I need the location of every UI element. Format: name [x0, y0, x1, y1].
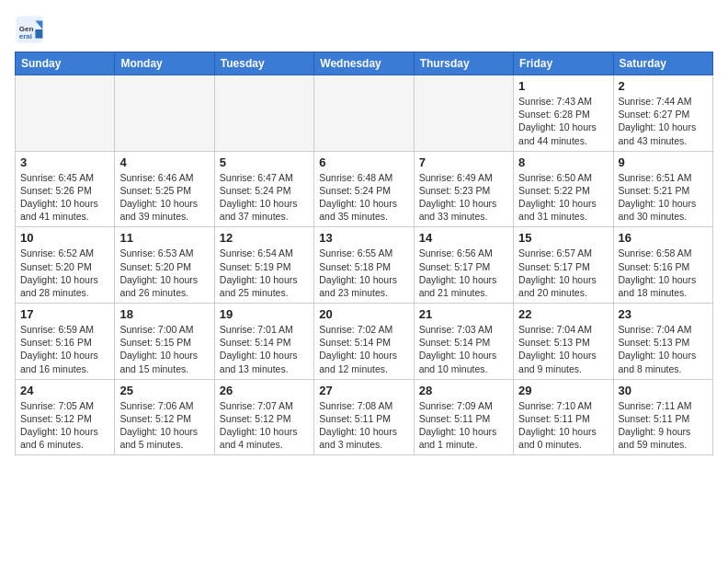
- calendar-cell: 10Sunrise: 6:52 AMSunset: 5:20 PMDayligh…: [16, 227, 115, 304]
- day-number: 4: [119, 155, 209, 169]
- day-number: 8: [518, 155, 608, 169]
- day-number: 18: [119, 307, 209, 321]
- calendar-cell: 30Sunrise: 7:11 AMSunset: 5:11 PMDayligh…: [613, 379, 712, 455]
- day-info: Sunrise: 6:50 AMSunset: 5:22 PMDaylight:…: [518, 171, 608, 224]
- calendar-cell: 21Sunrise: 7:03 AMSunset: 5:14 PMDayligh…: [414, 304, 513, 380]
- calendar-cell: [214, 75, 313, 152]
- day-number: 16: [619, 231, 708, 245]
- day-info: Sunrise: 6:58 AMSunset: 5:16 PMDaylight:…: [619, 247, 708, 299]
- day-info: Sunrise: 7:06 AMSunset: 5:12 PMDaylight:…: [119, 399, 209, 452]
- day-info: Sunrise: 7:03 AMSunset: 5:14 PMDaylight:…: [419, 323, 508, 375]
- day-header-saturday: Saturday: [613, 52, 712, 75]
- day-header-wednesday: Wednesday: [314, 52, 414, 75]
- calendar-cell: 9Sunrise: 6:51 AMSunset: 5:21 PMDaylight…: [613, 151, 712, 227]
- calendar-cell: 19Sunrise: 7:01 AMSunset: 5:14 PMDayligh…: [214, 304, 313, 380]
- calendar-cell: 13Sunrise: 6:55 AMSunset: 5:18 PMDayligh…: [314, 227, 414, 304]
- day-number: 13: [319, 231, 408, 245]
- day-number: 28: [419, 384, 508, 397]
- day-number: 26: [220, 384, 309, 397]
- day-number: 20: [319, 307, 408, 321]
- calendar-cell: 6Sunrise: 6:48 AMSunset: 5:24 PMDaylight…: [314, 151, 414, 227]
- calendar-cell: 4Sunrise: 6:46 AMSunset: 5:25 PMDaylight…: [115, 151, 214, 227]
- logo: Gen eral: [15, 15, 48, 44]
- calendar-week-row: 17Sunrise: 6:59 AMSunset: 5:16 PMDayligh…: [16, 304, 713, 380]
- day-number: 21: [419, 307, 508, 321]
- calendar-cell: 11Sunrise: 6:53 AMSunset: 5:20 PMDayligh…: [115, 227, 214, 304]
- day-header-thursday: Thursday: [414, 52, 513, 75]
- day-info: Sunrise: 6:53 AMSunset: 5:20 PMDaylight:…: [119, 247, 209, 299]
- calendar-week-row: 1Sunrise: 7:43 AMSunset: 6:28 PMDaylight…: [16, 75, 713, 152]
- calendar-cell: 15Sunrise: 6:57 AMSunset: 5:17 PMDayligh…: [514, 227, 613, 304]
- day-info: Sunrise: 7:00 AMSunset: 5:15 PMDaylight:…: [119, 323, 209, 375]
- svg-text:eral: eral: [19, 32, 32, 40]
- day-info: Sunrise: 7:11 AMSunset: 5:11 PMDaylight:…: [619, 399, 708, 452]
- day-number: 15: [518, 231, 608, 245]
- calendar-cell: 2Sunrise: 7:44 AMSunset: 6:27 PMDaylight…: [613, 75, 712, 152]
- day-number: 14: [419, 231, 508, 245]
- page-header: Gen eral: [15, 15, 713, 44]
- day-info: Sunrise: 7:04 AMSunset: 5:13 PMDaylight:…: [619, 323, 708, 375]
- calendar-table: SundayMondayTuesdayWednesdayThursdayFrid…: [15, 52, 713, 455]
- day-header-friday: Friday: [514, 52, 613, 75]
- day-number: 1: [518, 79, 608, 93]
- day-info: Sunrise: 6:57 AMSunset: 5:17 PMDaylight:…: [518, 247, 608, 299]
- day-info: Sunrise: 6:51 AMSunset: 5:21 PMDaylight:…: [619, 171, 708, 224]
- calendar-cell: 23Sunrise: 7:04 AMSunset: 5:13 PMDayligh…: [613, 304, 712, 380]
- calendar-cell: 22Sunrise: 7:04 AMSunset: 5:13 PMDayligh…: [514, 304, 613, 380]
- day-header-monday: Monday: [115, 52, 214, 75]
- calendar-cell: 8Sunrise: 6:50 AMSunset: 5:22 PMDaylight…: [514, 151, 613, 227]
- calendar-cell: 14Sunrise: 6:56 AMSunset: 5:17 PMDayligh…: [414, 227, 513, 304]
- day-number: 27: [319, 384, 408, 397]
- day-info: Sunrise: 7:05 AMSunset: 5:12 PMDaylight:…: [20, 399, 109, 452]
- day-number: 6: [319, 155, 408, 169]
- calendar-cell: 7Sunrise: 6:49 AMSunset: 5:23 PMDaylight…: [414, 151, 513, 227]
- day-info: Sunrise: 7:43 AMSunset: 6:28 PMDaylight:…: [518, 95, 608, 147]
- day-info: Sunrise: 7:02 AMSunset: 5:14 PMDaylight:…: [319, 323, 408, 375]
- calendar-week-row: 24Sunrise: 7:05 AMSunset: 5:12 PMDayligh…: [16, 379, 713, 455]
- day-number: 7: [419, 155, 508, 169]
- calendar-cell: 28Sunrise: 7:09 AMSunset: 5:11 PMDayligh…: [414, 379, 513, 455]
- day-info: Sunrise: 6:49 AMSunset: 5:23 PMDaylight:…: [419, 171, 508, 224]
- day-number: 25: [119, 384, 209, 397]
- calendar-cell: 5Sunrise: 6:47 AMSunset: 5:24 PMDaylight…: [214, 151, 313, 227]
- calendar-cell: [16, 75, 115, 152]
- calendar-cell: 18Sunrise: 7:00 AMSunset: 5:15 PMDayligh…: [115, 304, 214, 380]
- day-header-sunday: Sunday: [16, 52, 115, 75]
- day-info: Sunrise: 7:10 AMSunset: 5:11 PMDaylight:…: [518, 399, 608, 452]
- calendar-cell: 27Sunrise: 7:08 AMSunset: 5:11 PMDayligh…: [314, 379, 414, 455]
- calendar-cell: 26Sunrise: 7:07 AMSunset: 5:12 PMDayligh…: [214, 379, 313, 455]
- day-number: 30: [619, 384, 708, 397]
- day-number: 5: [220, 155, 309, 169]
- day-info: Sunrise: 6:46 AMSunset: 5:25 PMDaylight:…: [119, 171, 209, 224]
- calendar-cell: 17Sunrise: 6:59 AMSunset: 5:16 PMDayligh…: [16, 304, 115, 380]
- calendar-cell: 29Sunrise: 7:10 AMSunset: 5:11 PMDayligh…: [514, 379, 613, 455]
- day-info: Sunrise: 7:07 AMSunset: 5:12 PMDaylight:…: [220, 399, 309, 452]
- day-info: Sunrise: 6:52 AMSunset: 5:20 PMDaylight:…: [20, 247, 109, 299]
- calendar-header-row: SundayMondayTuesdayWednesdayThursdayFrid…: [16, 52, 713, 75]
- calendar-cell: [314, 75, 414, 152]
- calendar-cell: [414, 75, 513, 152]
- calendar-week-row: 10Sunrise: 6:52 AMSunset: 5:20 PMDayligh…: [16, 227, 713, 304]
- logo-icon: Gen eral: [15, 15, 44, 44]
- calendar-cell: 20Sunrise: 7:02 AMSunset: 5:14 PMDayligh…: [314, 304, 414, 380]
- calendar-cell: 3Sunrise: 6:45 AMSunset: 5:26 PMDaylight…: [16, 151, 115, 227]
- day-header-tuesday: Tuesday: [214, 52, 313, 75]
- day-number: 19: [220, 307, 309, 321]
- day-info: Sunrise: 7:44 AMSunset: 6:27 PMDaylight:…: [619, 95, 708, 147]
- day-number: 2: [619, 79, 708, 93]
- svg-rect-4: [35, 29, 42, 39]
- day-number: 17: [20, 307, 109, 321]
- calendar-cell: 24Sunrise: 7:05 AMSunset: 5:12 PMDayligh…: [16, 379, 115, 455]
- day-number: 29: [518, 384, 608, 397]
- calendar-cell: [115, 75, 214, 152]
- day-info: Sunrise: 7:01 AMSunset: 5:14 PMDaylight:…: [220, 323, 309, 375]
- calendar-cell: 1Sunrise: 7:43 AMSunset: 6:28 PMDaylight…: [514, 75, 613, 152]
- day-info: Sunrise: 6:59 AMSunset: 5:16 PMDaylight:…: [20, 323, 109, 375]
- day-number: 3: [20, 155, 109, 169]
- calendar-cell: 16Sunrise: 6:58 AMSunset: 5:16 PMDayligh…: [613, 227, 712, 304]
- day-number: 10: [20, 231, 109, 245]
- day-number: 11: [119, 231, 209, 245]
- day-info: Sunrise: 6:54 AMSunset: 5:19 PMDaylight:…: [220, 247, 309, 299]
- day-info: Sunrise: 7:09 AMSunset: 5:11 PMDaylight:…: [419, 399, 508, 452]
- calendar-cell: 12Sunrise: 6:54 AMSunset: 5:19 PMDayligh…: [214, 227, 313, 304]
